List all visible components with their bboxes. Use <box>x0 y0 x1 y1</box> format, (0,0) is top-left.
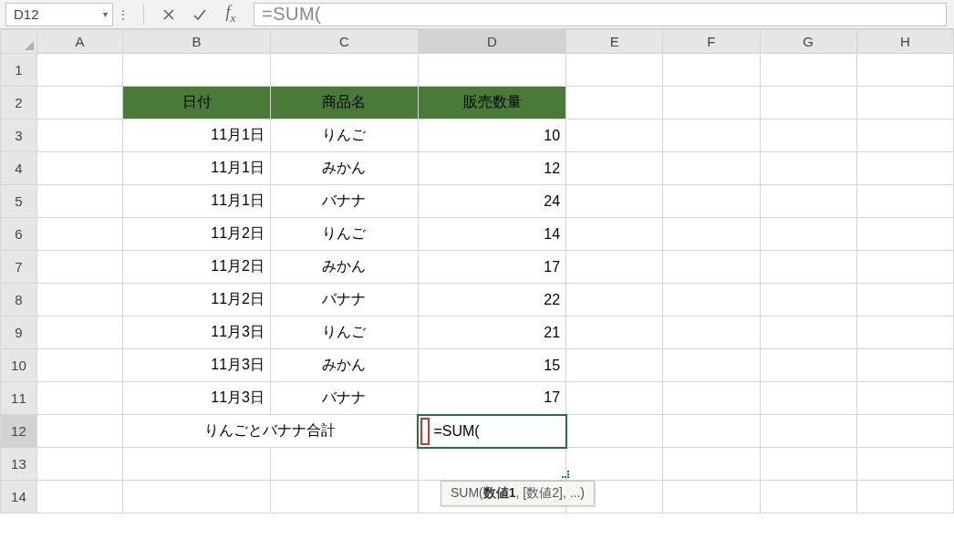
cell-G9[interactable] <box>760 316 856 349</box>
cell-H2[interactable] <box>856 87 953 119</box>
cell-C6[interactable]: りんご <box>271 218 419 251</box>
cell-G1[interactable] <box>760 54 856 87</box>
tooltip-arg1[interactable]: 数値1 <box>483 485 516 500</box>
row-header-4[interactable]: 4 <box>1 152 37 185</box>
col-header-G[interactable]: G <box>760 30 856 54</box>
cell-A5[interactable] <box>36 185 122 218</box>
cell-D5[interactable]: 24 <box>418 185 565 218</box>
cell-G10[interactable] <box>760 349 856 382</box>
cell-A7[interactable] <box>36 251 122 284</box>
cell-D12[interactable]: =SUM( <box>418 415 565 448</box>
cell-B6[interactable]: 11月2日 <box>123 218 271 251</box>
cell-H8[interactable] <box>856 284 953 316</box>
cell-B1[interactable] <box>123 54 271 87</box>
col-header-E[interactable]: E <box>566 30 663 54</box>
cell-G4[interactable] <box>760 152 856 185</box>
cell-C10[interactable]: みかん <box>271 349 419 382</box>
cell-E10[interactable] <box>566 349 663 382</box>
worksheet-grid[interactable]: A B C D E F G H 1 2 日付 商品名 販売数量 3 11月1日 … <box>0 29 954 513</box>
cell-B13[interactable] <box>123 448 271 481</box>
cell-C1[interactable] <box>271 54 419 87</box>
cell-E11[interactable] <box>566 382 663 415</box>
cell-A9[interactable] <box>36 316 122 349</box>
cell-G2[interactable] <box>760 87 856 119</box>
cell-C11[interactable]: バナナ <box>271 382 419 415</box>
row-header-10[interactable]: 10 <box>1 349 37 382</box>
cell-C9[interactable]: りんご <box>271 316 419 349</box>
formula-input[interactable]: =SUM( <box>254 3 947 26</box>
cell-E13[interactable] <box>566 448 663 481</box>
row-header-2[interactable]: 2 <box>1 87 37 119</box>
row-header-13[interactable]: 13 <box>1 448 37 481</box>
insert-function-button[interactable]: fx <box>215 3 246 26</box>
cell-B7[interactable]: 11月2日 <box>123 251 271 284</box>
cell-H13[interactable] <box>856 448 953 481</box>
cell-H5[interactable] <box>856 185 953 218</box>
cell-E8[interactable] <box>566 284 663 316</box>
col-header-A[interactable]: A <box>36 30 122 54</box>
cell-F10[interactable] <box>663 349 760 382</box>
cell-C2[interactable]: 商品名 <box>271 87 419 119</box>
cell-B9[interactable]: 11月3日 <box>123 316 271 349</box>
cell-E6[interactable] <box>566 218 663 251</box>
cell-G3[interactable] <box>760 119 856 152</box>
cell-G13[interactable] <box>760 448 856 481</box>
cell-F4[interactable] <box>663 152 760 185</box>
cell-A14[interactable] <box>36 481 122 513</box>
cell-B4[interactable]: 11月1日 <box>123 152 271 185</box>
row-header-1[interactable]: 1 <box>1 54 37 87</box>
row-header-14[interactable]: 14 <box>1 481 37 513</box>
cell-D8[interactable]: 22 <box>418 284 565 316</box>
cell-F13[interactable] <box>663 448 760 481</box>
cell-E5[interactable] <box>566 185 663 218</box>
cell-H11[interactable] <box>856 382 953 415</box>
cell-A1[interactable] <box>36 54 122 87</box>
col-header-D[interactable]: D <box>418 30 565 54</box>
cell-A13[interactable] <box>36 448 122 481</box>
cell-C7[interactable]: みかん <box>271 251 419 284</box>
cell-F8[interactable] <box>663 284 760 316</box>
cell-D6[interactable]: 14 <box>418 218 565 251</box>
cell-B10[interactable]: 11月3日 <box>123 349 271 382</box>
cell-H14[interactable] <box>856 481 953 513</box>
cell-F9[interactable] <box>663 316 760 349</box>
cell-F2[interactable] <box>663 87 760 119</box>
row-header-12[interactable]: 12 <box>1 415 37 448</box>
col-header-H[interactable]: H <box>856 30 953 54</box>
row-header-11[interactable]: 11 <box>1 382 37 415</box>
enter-button[interactable] <box>184 3 215 26</box>
cell-H4[interactable] <box>856 152 953 185</box>
cell-H6[interactable] <box>856 218 953 251</box>
cell-F3[interactable] <box>663 119 760 152</box>
cell-D11[interactable]: 17 <box>418 382 565 415</box>
cell-E1[interactable] <box>566 54 663 87</box>
cell-G14[interactable] <box>760 481 856 513</box>
cell-C5[interactable]: バナナ <box>271 185 419 218</box>
cell-A12[interactable] <box>36 415 122 448</box>
cell-F11[interactable] <box>663 382 760 415</box>
row-header-6[interactable]: 6 <box>1 218 37 251</box>
cell-E4[interactable] <box>566 152 663 185</box>
cell-G7[interactable] <box>760 251 856 284</box>
cell-B14[interactable] <box>123 481 271 513</box>
row-header-9[interactable]: 9 <box>1 316 37 349</box>
col-header-C[interactable]: C <box>271 30 419 54</box>
name-box[interactable]: D12 ▾ <box>5 3 113 26</box>
cell-B3[interactable]: 11月1日 <box>123 119 271 152</box>
col-header-F[interactable]: F <box>663 30 760 54</box>
cell-G6[interactable] <box>760 218 856 251</box>
function-tooltip[interactable]: SUM(数値1, [数値2], ...) <box>441 481 595 506</box>
row-header-8[interactable]: 8 <box>1 284 37 316</box>
row-header-5[interactable]: 5 <box>1 185 37 218</box>
cell-D4[interactable]: 12 <box>418 152 565 185</box>
cell-H3[interactable] <box>856 119 953 152</box>
row-header-7[interactable]: 7 <box>1 251 37 284</box>
cell-D10[interactable]: 15 <box>418 349 565 382</box>
cell-D1[interactable] <box>418 54 565 87</box>
cell-A2[interactable] <box>36 87 122 119</box>
cell-C4[interactable]: みかん <box>271 152 419 185</box>
cell-D9[interactable]: 21 <box>418 316 565 349</box>
cancel-button[interactable] <box>153 3 184 26</box>
cell-D3[interactable]: 10 <box>418 119 565 152</box>
cell-G12[interactable] <box>760 415 856 448</box>
